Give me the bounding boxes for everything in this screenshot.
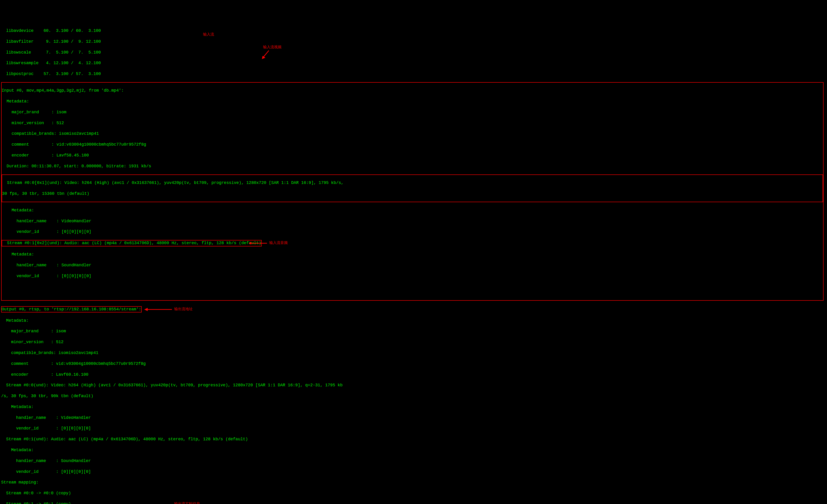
stream-mapping-1: Stream #0:1 -> #0:1 (copy) <box>1 502 71 504</box>
output-header: Output #0, rtsp, to 'rtsp://192.168.16.1… <box>2 307 141 311</box>
output-realtime-label: 输出流实时信息 <box>174 501 200 504</box>
minor-version: minor_version : 512 <box>2 120 823 126</box>
out-minor-version: minor_version : 512 <box>1 340 826 345</box>
audio-vendor: vendor_id : [0][0][0][0] <box>2 273 823 279</box>
out-audio-metadata-label: Metadata: <box>1 448 826 453</box>
video-handler: handler_name : VideoHandler <box>2 218 823 224</box>
input-header: Input #0, mov,mp4,m4a,3gp,3g2,mj2, from … <box>2 88 823 93</box>
stream-mapping-label: Stream mapping: <box>1 480 826 485</box>
input-stream-label: 输入流 <box>203 32 214 37</box>
major-brand: major_brand : isom <box>2 110 823 115</box>
arrow-icon <box>144 307 172 312</box>
input-stream-box: Input #0, mov,mp4,m4a,3gp,3g2,mj2, from … <box>1 82 824 301</box>
output-url-box: Output #0, rtsp, to 'rtsp://192.168.16.1… <box>1 306 142 312</box>
encoder: encoder : Lavf58.45.100 <box>2 153 823 158</box>
video-metadata-label: Metadata: <box>2 208 823 213</box>
audio-stream: Stream #0:1[0x2](und): Audio: aac (LC) (… <box>2 241 261 245</box>
terminal-output: libavdevice 60. 3.100 / 60. 3.100 libavf… <box>0 22 827 504</box>
input-audio-label: 输入流音频 <box>269 241 288 245</box>
out-audio-stream: Stream #0:1(und): Audio: aac (LC) (mp4a … <box>1 437 826 442</box>
input-audio-stream-box: Stream #0:1[0x2](und): Audio: aac (LC) (… <box>2 240 262 246</box>
out-video-stream-line1: Stream #0:0(und): Video: h264 (High) (av… <box>1 383 826 388</box>
duration: Duration: 00:11:30.07, start: 0.000000, … <box>2 164 823 169</box>
audio-handler: handler_name : SoundHandler <box>2 263 823 268</box>
out-encoder: encoder : Lavf60.16.100 <box>1 372 826 377</box>
lib-line: libavdevice 60. 3.100 / 60. 3.100 <box>1 28 826 34</box>
svg-marker-3 <box>262 56 265 59</box>
svg-marker-5 <box>144 308 148 311</box>
video-vendor: vendor_id : [0][0][0][0] <box>2 229 823 235</box>
out-audio-vendor: vendor_id : [0][0][0][0] <box>1 469 826 474</box>
audio-metadata-label: Metadata: <box>2 252 823 257</box>
lib-line: libswscale 7. 5.100 / 7. 5.100 <box>1 50 826 55</box>
lib-line: libavfilter 9. 12.100 / 9. 12.100 <box>1 39 826 44</box>
out-compatible-brands: compatible_brands: isomiso2avc1mp41 <box>1 350 826 356</box>
out-comment: comment : vid:v03004g10000cbmhq5bc77u0r9… <box>1 361 826 366</box>
lib-line: libswresample 4. 12.100 / 4. 12.100 <box>1 60 826 66</box>
out-video-stream-line2: /s, 30 fps, 30 tbr, 90k tbn (default) <box>1 394 826 399</box>
out-video-handler: handler_name : VideoHandler <box>1 415 826 420</box>
metadata-label: Metadata: <box>2 99 823 104</box>
out-video-vendor: vendor_id : [0][0][0][0] <box>1 426 826 431</box>
out-video-metadata-label: Metadata: <box>1 404 826 410</box>
lib-line: libpostproc 57. 3.100 / 57. 3.100 <box>1 71 826 77</box>
out-audio-handler: handler_name : SoundHandler <box>1 458 826 464</box>
comment: comment : vid:v03004g10000cbmhq5bc77u0r9… <box>2 142 823 147</box>
input-video-stream-box: Stream #0:0[0x1](und): Video: h264 (High… <box>2 174 823 202</box>
out-major-brand: major_brand : isom <box>1 329 826 334</box>
out-metadata-label: Metadata: <box>1 318 826 323</box>
video-stream-line2: 30 fps, 30 tbr, 15360 tbn (default) <box>2 191 823 196</box>
output-url-label: 输出流地址 <box>174 307 193 311</box>
input-video-label: 输入流视频 <box>263 45 282 50</box>
compatible-brands: compatible_brands: isomiso2avc1mp41 <box>2 131 823 136</box>
video-stream-line1: Stream #0:0[0x1](und): Video: h264 (High… <box>2 180 823 186</box>
stream-mapping-0: Stream #0:0 -> #0:0 (copy) <box>1 491 826 496</box>
